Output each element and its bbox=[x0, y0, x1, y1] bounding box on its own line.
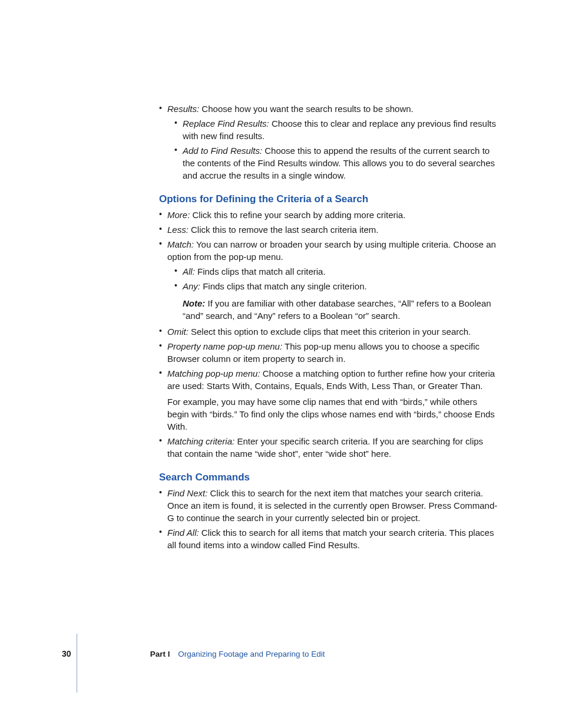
options-list: More: Click this to refine your search b… bbox=[159, 209, 500, 460]
item-label: More: bbox=[167, 210, 190, 220]
search-commands-list: Find Next: Click this to search for the … bbox=[159, 487, 500, 551]
item-label: Replace Find Results: bbox=[183, 118, 269, 129]
list-item: Results: Choose how you want the search … bbox=[159, 103, 500, 182]
list-item: Find Next: Click this to search for the … bbox=[159, 487, 500, 524]
page-footer: 30 Part I Organizing Footage and Prepari… bbox=[0, 647, 562, 660]
part-title: Organizing Footage and Preparing to Edit bbox=[178, 650, 325, 658]
item-text: Click this to remove the last search cri… bbox=[191, 225, 378, 235]
list-item: Property name pop-up menu: This pop-up m… bbox=[159, 340, 500, 365]
item-text: Choose how you want the search results t… bbox=[201, 104, 413, 114]
results-sublist: Replace Find Results: Choose this to cle… bbox=[174, 117, 500, 182]
results-list: Results: Choose how you want the search … bbox=[159, 103, 500, 182]
options-heading: Options for Defining the Criteria of a S… bbox=[159, 192, 500, 206]
item-label: Omit: bbox=[167, 327, 189, 337]
list-item: Find All: Click this to search for all i… bbox=[159, 526, 500, 551]
item-label: Match: bbox=[167, 239, 194, 249]
note-text: If you are familiar with other database … bbox=[183, 298, 491, 321]
match-sublist: All: Finds clips that match all criteria… bbox=[174, 265, 500, 292]
search-commands-heading: Search Commands bbox=[159, 470, 500, 485]
list-item: Omit: Select this option to exclude clip… bbox=[159, 325, 500, 338]
list-item: Add to Find Results: Choose this to appe… bbox=[174, 144, 500, 182]
note-paragraph: Note: If you are familiar with other dat… bbox=[174, 297, 500, 322]
part-label: Part I bbox=[150, 650, 170, 658]
item-label: Property name pop-up menu: bbox=[167, 341, 282, 351]
item-text: Finds clips that match all criteria. bbox=[197, 266, 326, 276]
item-label: Matching pop-up menu: bbox=[167, 368, 260, 378]
list-item: Replace Find Results: Choose this to cle… bbox=[174, 117, 500, 142]
item-text: Select this option to exclude clips that… bbox=[191, 327, 471, 337]
item-text: Finds clips that match any single criter… bbox=[203, 281, 366, 291]
list-item: All: Finds clips that match all criteria… bbox=[174, 265, 500, 278]
list-item: Matching pop-up menu: Choose a matching … bbox=[159, 367, 500, 433]
item-text: Click this to refine your search by addi… bbox=[193, 210, 406, 220]
list-item: Matching criteria: Enter your specific s… bbox=[159, 435, 500, 460]
list-item: More: Click this to refine your search b… bbox=[159, 209, 500, 221]
item-label: Find All: bbox=[167, 528, 199, 538]
list-item: Any: Finds clips that match any single c… bbox=[174, 280, 500, 292]
item-label: Any: bbox=[183, 281, 200, 291]
item-label: Less: bbox=[167, 225, 189, 235]
list-item: Match: You can narrow or broaden your se… bbox=[159, 238, 500, 322]
item-label: Matching criteria: bbox=[167, 436, 234, 446]
item-text: Click this to search for all items that … bbox=[167, 528, 494, 550]
page-number: 30 bbox=[62, 648, 71, 660]
footer-rule bbox=[77, 634, 77, 693]
page: Results: Choose how you want the search … bbox=[0, 0, 562, 728]
item-label: All: bbox=[183, 266, 195, 276]
example-paragraph: For example, you may have some clip name… bbox=[167, 396, 500, 433]
item-label: Results: bbox=[167, 104, 199, 114]
item-label: Find Next: bbox=[167, 488, 207, 498]
note-label: Note: bbox=[183, 298, 205, 308]
item-label: Add to Find Results: bbox=[183, 146, 262, 156]
item-text: Click this to search for the next item t… bbox=[167, 488, 497, 523]
footer-part: Part I Organizing Footage and Preparing … bbox=[150, 649, 325, 660]
list-item: Less: Click this to remove the last sear… bbox=[159, 223, 500, 236]
item-text: You can narrow or broaden your search by… bbox=[167, 239, 496, 262]
